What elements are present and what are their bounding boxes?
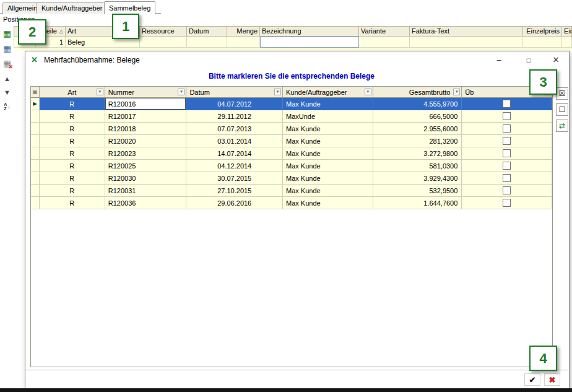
table-row[interactable]: ▶ R R120016 04.07.2012 Max Kunde 4.555,9… (31, 98, 552, 110)
uebernehmen-checkbox[interactable] (503, 124, 511, 133)
close-button[interactable]: ✕ (547, 53, 565, 66)
move-up-button[interactable]: ▲ (1, 72, 13, 84)
cell-art: R (40, 147, 105, 160)
cell-gesamtbrutto: 532,9500 (373, 185, 462, 197)
header-art[interactable]: Art▼ (40, 87, 105, 98)
table-row[interactable]: R R120031 27.10.2015 Max Kunde 532,9500 (31, 185, 552, 197)
sort-az-button[interactable]: AZ ↓ (1, 100, 13, 112)
cell-datum: 07.07.2013 (186, 123, 283, 135)
invert-selection-button[interactable]: ⇄ (556, 120, 568, 132)
bg-header-bezeichnung[interactable]: Bezeichnung (260, 26, 359, 37)
filter-icon[interactable]: ▼ (178, 89, 184, 95)
header-kunde-auftraggeber[interactable]: Kunde/Auftraggeber▼ (283, 87, 373, 98)
cell-uebernehmen (462, 98, 552, 110)
bg-cell-datum (187, 37, 227, 48)
dialog-app-icon: ✕ (31, 55, 38, 64)
bg-header-menge[interactable]: Menge (227, 26, 260, 37)
cell-nummer: R120020 (105, 135, 187, 147)
bg-header-ressource[interactable]: Ressource (140, 26, 187, 37)
insert-row-button[interactable]: ▦ (1, 27, 13, 39)
cancel-button[interactable]: ✖ (544, 373, 560, 386)
table-row[interactable]: R R120018 07.07.2013 Max Kunde 2.955,600… (31, 123, 552, 135)
row-selector-cell (31, 185, 40, 197)
table-row[interactable]: R R120025 04.12.2014 Max Kunde 581,0300 (31, 160, 552, 172)
cell-datum: 14.07.2014 (186, 147, 283, 160)
uebernehmen-checkbox[interactable] (503, 149, 511, 157)
uebernehmen-checkbox[interactable] (503, 162, 511, 170)
delete-row-button[interactable]: ▦✕ (1, 57, 13, 69)
cell-uebernehmen (462, 110, 552, 123)
tab-kunde-auftraggeber[interactable]: Kunde/Auftraggeber (37, 2, 107, 14)
cell-datum: 29.06.2016 (186, 197, 283, 209)
table-row[interactable]: R R120030 30.07.2015 Max Kunde 3.929,430… (31, 172, 552, 185)
cell-gesamtbrutto: 4.555,9700 (373, 98, 462, 110)
dialog-instruction: Bitte markieren Sie die entsprechenden B… (30, 72, 553, 81)
dialog-bottom-bar: ✔ ✖ (25, 370, 569, 388)
header-datum[interactable]: Datum▼ (186, 87, 283, 98)
sort-az-icon: AZ (4, 102, 7, 111)
confirm-button[interactable]: ✔ (524, 373, 540, 386)
uebernehmen-checkbox[interactable] (503, 186, 511, 194)
uebernehmen-checkbox[interactable] (503, 199, 511, 207)
cell-datum: 27.10.2015 (186, 185, 283, 197)
bg-cell-ressource (140, 37, 187, 48)
cell-art: R (40, 185, 105, 197)
bg-cell-faktura-text (410, 37, 523, 48)
row-selector-cell: ▶ (31, 98, 40, 110)
filter-icon[interactable]: ▼ (365, 89, 371, 95)
move-down-button[interactable]: ▼ (1, 86, 13, 98)
uebernehmen-checkbox[interactable] (503, 112, 511, 120)
cell-gesamtbrutto: 1.644,7600 (373, 197, 462, 209)
filter-icon[interactable]: ▼ (97, 89, 103, 95)
cell-nummer: R120017 (105, 110, 187, 123)
filter-icon[interactable]: ▼ (453, 89, 460, 95)
bg-header-variante[interactable]: Variante (359, 26, 410, 37)
row-selector-cell (31, 110, 40, 123)
cell-gesamtbrutto: 581,0300 (373, 160, 462, 172)
cell-uebernehmen (462, 135, 552, 147)
row-selector-cell (31, 123, 40, 135)
uebernehmen-checkbox[interactable] (503, 100, 511, 108)
cell-nummer: R120016 (105, 98, 187, 110)
filter-icon[interactable]: ▼ (274, 89, 281, 95)
table-row[interactable]: R R120017 29.11.2012 MaxUnde 666,5000 (31, 110, 552, 123)
uebernehmen-checkbox[interactable] (503, 137, 511, 145)
edit-table-button[interactable]: ▦ (1, 42, 13, 54)
cell-uebernehmen (462, 147, 552, 160)
bg-header-einzelpreis[interactable]: Einzelpreis (523, 26, 562, 37)
header-gesamtbrutto[interactable]: Gesamtbrutto▼ (373, 87, 462, 98)
cell-art: R (40, 160, 105, 172)
up-triangle-icon: ▲ (4, 75, 11, 82)
cell-nummer: R120030 (105, 172, 187, 185)
sort-asc-icon: △ (59, 27, 63, 35)
table-row[interactable]: R R120020 03.01.2014 Max Kunde 281,3200 (31, 135, 552, 147)
cell-art: R (40, 98, 105, 110)
cell-art: R (40, 135, 105, 147)
bg-header-einheit[interactable]: Ein (562, 26, 572, 37)
bg-cell-bezeichnung[interactable] (260, 37, 359, 48)
header-nummer[interactable]: Nummer▼ (105, 87, 187, 98)
bg-header-datum[interactable]: Datum (187, 26, 227, 37)
grid-icon: ▦ (33, 89, 38, 95)
cell-kunde: Max Kunde (283, 135, 373, 147)
table-delete-icon: ▦✕ (3, 58, 11, 68)
check-all-button[interactable]: ☒ (556, 87, 568, 100)
cell-art: R (40, 172, 105, 185)
table-row[interactable]: R R120023 14.07.2014 Max Kunde 3.272,980… (31, 147, 552, 160)
cell-uebernehmen (462, 160, 552, 172)
bg-cell-variante (359, 37, 410, 48)
header-label: Art (67, 89, 76, 96)
uncheck-all-button[interactable]: ☐ (556, 103, 568, 116)
tab-sammelbeleg[interactable]: Sammelbeleg (104, 1, 155, 14)
cell-kunde: Max Kunde (283, 98, 373, 110)
minimize-button[interactable]: – (490, 53, 508, 66)
bg-header-faktura-text[interactable]: Faktura-Text (410, 26, 523, 37)
header-label: Nummer (108, 89, 134, 96)
sort-arrow-icon: ↓ (7, 103, 11, 110)
header-selector: ▦ (31, 87, 40, 98)
table-row[interactable]: R R120036 29.06.2016 Max Kunde 1.644,760… (31, 197, 552, 209)
maximize-button[interactable]: □ (520, 53, 537, 66)
table-header-row: ▦ Art▼ Nummer▼ Datum▼ Kunde/Auftraggeber… (31, 87, 552, 98)
uebernehmen-checkbox[interactable] (503, 174, 511, 182)
cell-gesamtbrutto: 281,3200 (373, 135, 462, 147)
